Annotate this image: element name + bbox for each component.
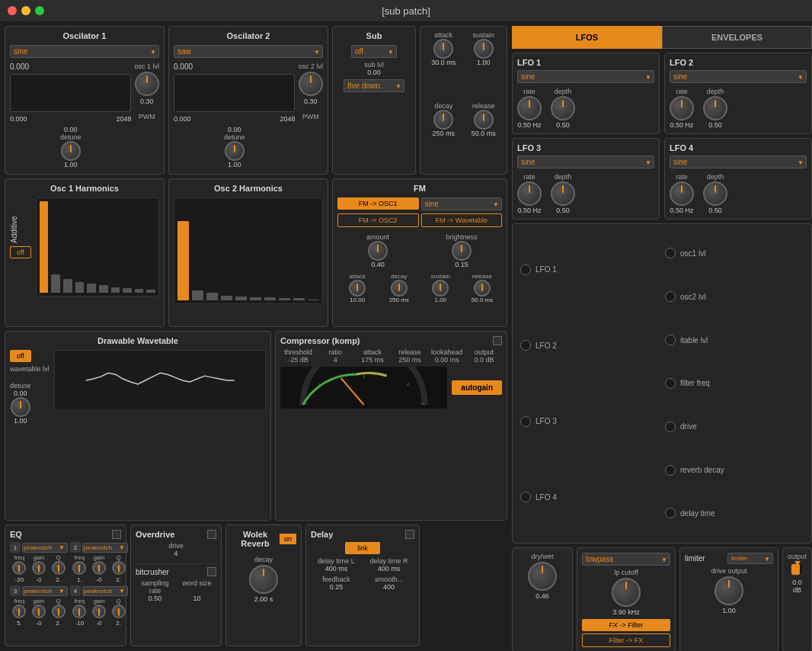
osc2-harm-bar-5[interactable] [235, 297, 247, 300]
osc2-harm-bar-3[interactable] [206, 293, 218, 300]
fm-attack-knob[interactable] [349, 280, 366, 297]
lfo1-depth-knob[interactable] [551, 96, 575, 120]
fm-wave-select[interactable]: sinesaw [421, 197, 503, 210]
bitcrusher-enable-check[interactable] [207, 567, 216, 576]
lfo2-wave-select[interactable]: sinesawsquare [670, 70, 807, 83]
lfo2-rate-knob[interactable] [670, 96, 694, 120]
target-filterfreq-radio[interactable] [665, 378, 676, 389]
reverb-on-btn[interactable]: on [280, 534, 296, 544]
lfo2-wave-wrapper[interactable]: sinesawsquare [670, 70, 807, 83]
fx-filter-btn[interactable]: FX -> Filter [582, 619, 670, 631]
wavetable-detune-knob[interactable] [11, 397, 30, 417]
fm-amount-knob[interactable] [368, 241, 388, 261]
target-reverb-radio[interactable] [665, 465, 676, 476]
sub-attack-knob[interactable] [433, 39, 453, 59]
lfo4-rate-knob[interactable] [670, 181, 694, 206]
lfo4-wave-select[interactable]: sinesawsquare [670, 156, 807, 168]
sub-off-select[interactable]: offon [351, 45, 397, 58]
osc2-harm-bar-7[interactable] [264, 297, 276, 300]
eq-band1-gain-knob[interactable] [32, 561, 46, 575]
harm-bar-2[interactable] [51, 274, 60, 293]
wavetable-off-btn[interactable]: off [10, 350, 31, 362]
osc2-harm-bar-8[interactable] [279, 298, 290, 300]
lfo3-rate-knob[interactable] [517, 181, 542, 206]
fm-release-knob[interactable] [474, 280, 491, 297]
osc1-wave-wrapper[interactable]: sinesawsquare [10, 45, 159, 58]
filter-cutoff-knob[interactable] [612, 578, 641, 607]
osc1-wave-select[interactable]: sinesawsquare [10, 45, 159, 58]
target-osc2lvl-radio[interactable] [665, 291, 676, 302]
minimize-btn[interactable] [21, 6, 30, 15]
harm-bar-3[interactable] [63, 279, 72, 293]
lfo1-wave-wrapper[interactable]: sinesawsquare [517, 70, 654, 83]
osc1-lvl-knob[interactable] [135, 72, 159, 96]
eq-band3-gain-knob[interactable] [32, 604, 46, 618]
wavetable-display[interactable] [54, 350, 266, 411]
eq-enable-check[interactable] [112, 530, 121, 539]
eq-band2-q-knob[interactable] [112, 561, 126, 575]
maximize-btn[interactable] [35, 6, 44, 15]
target-osc1lvl-radio[interactable] [665, 248, 676, 258]
target-itable-radio[interactable] [665, 335, 676, 345]
harm-bar-9[interactable] [135, 289, 144, 293]
eq-band2-freq-knob[interactable] [72, 561, 86, 575]
lfo2-depth-knob[interactable] [703, 96, 727, 120]
eq-band4-type[interactable]: peaknotch [82, 586, 128, 596]
filter-fx-btn[interactable]: Filter -> FX [582, 633, 670, 647]
sub-sustain-knob[interactable] [474, 39, 494, 59]
tab-envelopes[interactable]: ENVELOPES [662, 26, 812, 49]
tab-lfos[interactable]: LFOS [512, 26, 662, 49]
sub-decay-knob[interactable] [433, 110, 453, 130]
harm-bar-1[interactable] [40, 201, 49, 293]
lfo4-depth-knob[interactable] [703, 181, 727, 206]
limiter-drive-knob[interactable] [714, 576, 743, 605]
fm-sustain-knob[interactable] [432, 280, 449, 297]
close-btn[interactable] [8, 6, 17, 15]
reverb-decay-knob[interactable] [249, 565, 278, 594]
eq-band4-freq-knob[interactable] [72, 604, 86, 618]
fm-decay-knob[interactable] [391, 280, 408, 297]
additive-off-btn[interactable]: off [10, 246, 31, 258]
autogain-btn[interactable]: autogain [452, 380, 502, 395]
fm-wavetable-btn[interactable]: FM -> Wavetable [421, 213, 503, 227]
drywet-knob[interactable] [528, 562, 557, 591]
eq-band2-type[interactable]: peaknotch [82, 543, 128, 553]
lfo3-wave-select[interactable]: sinesawsquare [517, 156, 654, 168]
delay-enable-check[interactable] [405, 530, 414, 539]
eq-band2-gain-knob[interactable] [92, 561, 106, 575]
osc2-harm-bar-2[interactable] [192, 290, 203, 300]
osc2-lvl-knob[interactable] [299, 72, 323, 96]
osc2-harm-bar-10[interactable] [308, 300, 319, 300]
lfo1-radio[interactable] [520, 265, 531, 275]
harm-bar-10[interactable] [146, 290, 155, 293]
eq-band4-q-knob[interactable] [112, 604, 126, 618]
lfo4-radio[interactable] [520, 492, 531, 502]
sub-octave-select[interactable]: 8ve downoff [344, 79, 404, 92]
target-delay-radio[interactable] [665, 508, 676, 518]
fm-brightness-knob[interactable] [452, 241, 472, 261]
harm-bar-6[interactable] [99, 285, 108, 293]
osc2-harm-bar-1[interactable] [177, 221, 189, 300]
eq-band1-freq-knob[interactable] [12, 561, 26, 575]
overdrive-enable-check[interactable] [207, 530, 216, 539]
harm-bar-8[interactable] [123, 288, 132, 293]
osc2-detune-knob[interactable] [225, 141, 245, 161]
osc2-harm-bar-6[interactable] [250, 297, 261, 300]
sub-release-knob[interactable] [474, 110, 494, 130]
lfo3-wave-wrapper[interactable]: sinesawsquare [517, 156, 654, 168]
eq-band3-type[interactable]: peaknotch [22, 586, 68, 596]
limiter-type-select[interactable]: limiter [727, 553, 773, 564]
osc2-wave-select[interactable]: sawsinesquare [174, 45, 323, 58]
osc2-harm-bar-4[interactable] [221, 296, 232, 301]
lfo3-depth-knob[interactable] [551, 181, 575, 206]
harm-bar-7[interactable] [111, 287, 120, 293]
harm-bar-4[interactable] [75, 282, 85, 293]
eq-band4-gain-knob[interactable] [92, 604, 106, 618]
lfo4-wave-wrapper[interactable]: sinesawsquare [670, 156, 807, 168]
lfo2-radio[interactable] [520, 340, 531, 351]
eq-band3-freq-knob[interactable] [12, 604, 26, 618]
lfo3-radio[interactable] [520, 416, 531, 427]
osc2-harm-bar-9[interactable] [293, 298, 305, 300]
eq-band1-type[interactable]: peaknotch [22, 543, 68, 553]
lfo1-wave-select[interactable]: sinesawsquare [517, 70, 654, 83]
